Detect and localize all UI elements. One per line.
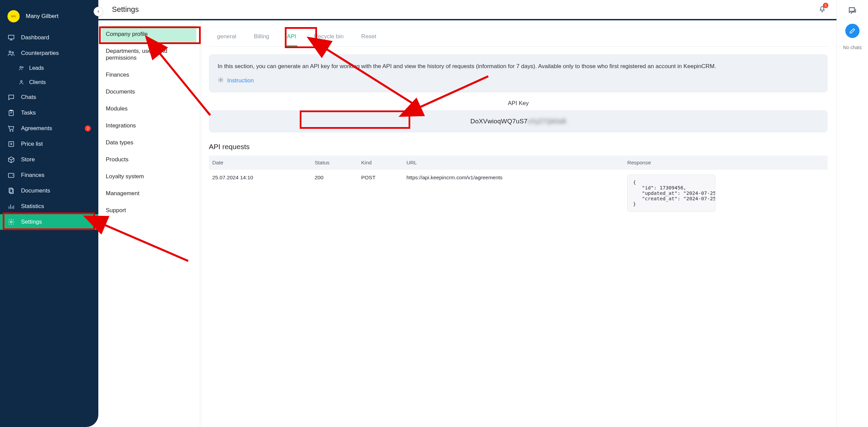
settings-item-departments[interactable]: Departments, users and permissions xyxy=(102,43,196,66)
sidebar-item-label: Tasks xyxy=(21,109,36,116)
sidebar-item-counterparties[interactable]: Counterparties xyxy=(0,45,98,61)
people-icon xyxy=(7,49,15,57)
api-key-hidden-part: xXyZ7Qk0aB xyxy=(528,118,566,125)
detail-panel: general Billing API Recycle bin Reset In… xyxy=(200,20,836,427)
chats-icon xyxy=(848,6,857,16)
box-icon xyxy=(7,156,15,163)
settings-item-products[interactable]: Products xyxy=(102,151,196,168)
sidebar-subitem-clients[interactable]: Clients xyxy=(0,75,98,89)
sidebar-item-label: Statistics xyxy=(21,203,44,210)
cart-icon xyxy=(7,125,15,132)
svg-rect-0 xyxy=(8,35,14,39)
col-url: URL xyxy=(403,156,624,170)
sidebar: MG Many Gilbert Dashboard Counterparties… xyxy=(0,0,98,427)
monitor-icon xyxy=(7,34,15,41)
col-kind: Kind xyxy=(358,156,403,170)
sidebar-item-label: Store xyxy=(21,156,35,163)
sidebar-item-dashboard[interactable]: Dashboard xyxy=(0,30,98,45)
avatar: MG xyxy=(7,10,20,22)
cell-kind: POST xyxy=(358,170,403,217)
settings-item-data-types[interactable]: Data types xyxy=(102,134,196,151)
settings-item-company-profile[interactable]: Company profile xyxy=(102,26,196,43)
new-chat-button[interactable] xyxy=(845,24,860,38)
sidebar-item-statistics[interactable]: Statistics xyxy=(0,199,98,214)
nav-list: Dashboard Counterparties Leads Clients C… xyxy=(0,30,98,230)
settings-item-finances[interactable]: Finances xyxy=(102,66,196,83)
svg-point-5 xyxy=(21,81,22,82)
api-requests-heading: API requests xyxy=(209,143,828,151)
svg-point-1 xyxy=(9,51,11,53)
sidebar-item-label: Settings xyxy=(21,219,42,225)
notifications-badge: 5 xyxy=(823,3,828,8)
tab-reset[interactable]: Reset xyxy=(360,29,377,46)
cell-url: https://api.keepincrm.com/v1/agreements xyxy=(403,170,624,217)
col-status: Status xyxy=(311,156,358,170)
svg-point-8 xyxy=(12,130,13,131)
sidebar-item-documents[interactable]: Documents xyxy=(0,183,98,199)
settings-item-modules[interactable]: Modules xyxy=(102,100,196,117)
sidebar-item-label: Counterparties xyxy=(21,50,59,57)
sidebar-item-label: Documents xyxy=(21,187,50,194)
col-date: Date xyxy=(209,156,311,170)
sidebar-item-store[interactable]: Store xyxy=(0,152,98,167)
user-name: Many Gilbert xyxy=(26,13,58,20)
chat-icon xyxy=(7,94,15,101)
settings-item-documents[interactable]: Documents xyxy=(102,83,196,100)
chat-rail: No chats xyxy=(837,0,868,427)
tab-api[interactable]: API xyxy=(285,29,297,46)
download-box-icon xyxy=(7,140,15,148)
sidebar-item-label: Agreements xyxy=(21,125,52,132)
topbar: Settings 5 xyxy=(98,0,836,20)
api-key-visible-part: DoXVwioqWQ7uS7 xyxy=(470,118,528,125)
clipboard-icon xyxy=(7,109,15,117)
tab-general[interactable]: general xyxy=(216,29,238,46)
open-chats-button[interactable] xyxy=(848,6,857,17)
person-icon xyxy=(18,79,24,85)
notifications-button[interactable]: 5 xyxy=(818,5,826,14)
docs-icon xyxy=(7,187,15,195)
wallet-icon xyxy=(7,171,15,179)
sidebar-item-chats[interactable]: Chats xyxy=(0,89,98,105)
api-info-box: In this section, you can generate an API… xyxy=(209,54,828,93)
page-title: Settings xyxy=(112,5,139,14)
settings-gear-icon xyxy=(218,77,224,84)
svg-point-3 xyxy=(20,66,22,68)
sidebar-item-label: Dashboard xyxy=(21,34,49,41)
user-block[interactable]: MG Many Gilbert xyxy=(0,7,98,30)
sidebar-item-settings[interactable]: Settings xyxy=(0,214,98,230)
sidebar-item-label: Price list xyxy=(21,141,43,147)
response-body[interactable]: { "id": 17309456, "updated_at": "2024-07… xyxy=(627,175,715,212)
settings-item-integrations[interactable]: Integrations xyxy=(102,117,196,134)
sidebar-subitem-label: Clients xyxy=(29,79,46,85)
bars-icon xyxy=(7,203,15,210)
tabs-row: general Billing API Recycle bin Reset xyxy=(209,26,828,47)
sidebar-item-label: Chats xyxy=(21,94,36,101)
api-info-text: In this section, you can generate an API… xyxy=(218,62,819,71)
svg-point-7 xyxy=(10,130,11,131)
api-key-value[interactable]: DoXVwioqWQ7uS7xXyZ7Qk0aB xyxy=(209,110,828,133)
instruction-link[interactable]: Instruction xyxy=(227,77,254,84)
no-chats-label: No chats xyxy=(843,45,862,50)
main-area: Settings 5 Company profile Departments, … xyxy=(98,0,837,427)
svg-point-13 xyxy=(10,221,12,223)
svg-point-2 xyxy=(12,52,13,53)
tab-billing[interactable]: Billing xyxy=(253,29,271,46)
cell-response: { "id": 17309456, "updated_at": "2024-07… xyxy=(624,170,828,217)
sidebar-item-finances[interactable]: Finances xyxy=(0,167,98,183)
settings-item-loyalty[interactable]: Loyalty system xyxy=(102,168,196,185)
api-requests-table: Date Status Kind URL Response 25.07.2024… xyxy=(209,156,828,217)
sidebar-item-tasks[interactable]: Tasks xyxy=(0,105,98,121)
cell-status: 200 xyxy=(311,170,358,217)
api-key-label: API Key xyxy=(209,100,828,107)
gear-icon xyxy=(7,218,15,226)
tab-recyclebin[interactable]: Recycle bin xyxy=(312,29,345,46)
sidebar-item-agreements[interactable]: Agreements 2 xyxy=(0,121,98,136)
cell-date: 25.07.2024 14:10 xyxy=(209,170,311,217)
settings-item-management[interactable]: Management xyxy=(102,185,196,202)
settings-menu: Company profile Departments, users and p… xyxy=(98,20,200,427)
sidebar-subitem-leads[interactable]: Leads xyxy=(0,61,98,75)
sidebar-item-label: Finances xyxy=(21,172,44,179)
settings-item-support[interactable]: Support xyxy=(102,202,196,219)
svg-point-4 xyxy=(22,67,23,68)
sidebar-item-pricelist[interactable]: Price list xyxy=(0,136,98,152)
